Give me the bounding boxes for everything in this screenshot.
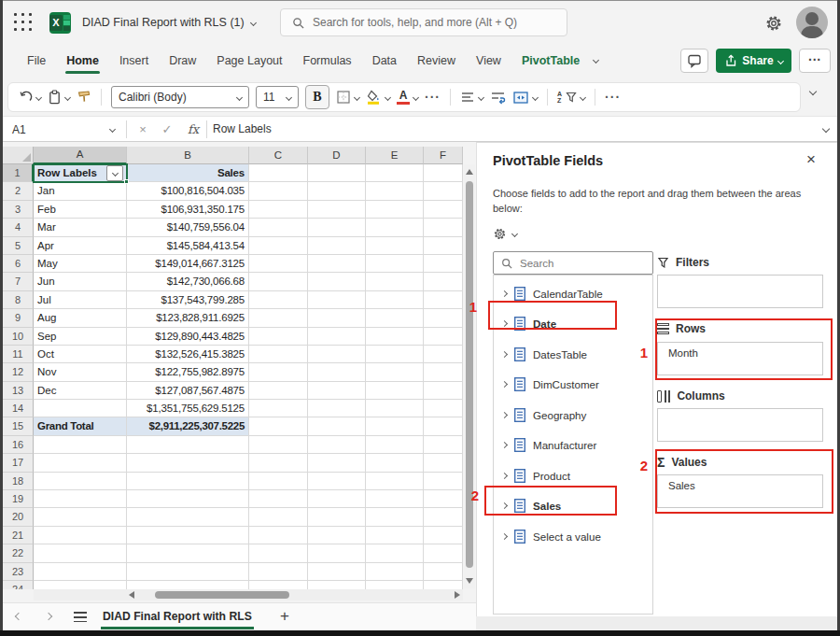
- alignment-button[interactable]: [460, 91, 483, 104]
- cell-F10[interactable]: [424, 328, 463, 346]
- format-painter-button[interactable]: [77, 90, 91, 105]
- borders-button[interactable]: [336, 90, 359, 105]
- add-sheet-button[interactable]: +: [276, 603, 293, 631]
- scroll-down-arrow[interactable]: [466, 578, 473, 584]
- document-title[interactable]: DIAD Final Report with RLS (1): [82, 0, 256, 45]
- cell-F5[interactable]: [424, 237, 463, 255]
- tab-draw[interactable]: Draw: [159, 45, 206, 77]
- cell-D14[interactable]: [308, 400, 366, 417]
- cell-B1[interactable]: Sales: [127, 164, 249, 182]
- scroll-right-arrow[interactable]: [455, 591, 460, 599]
- share-button[interactable]: Share: [716, 49, 791, 73]
- cell-E18[interactable]: [366, 473, 424, 490]
- cell-F20[interactable]: [424, 508, 463, 526]
- cell-C11[interactable]: [249, 346, 308, 363]
- cell-E19[interactable]: [366, 490, 424, 508]
- cell-C13[interactable]: [249, 382, 308, 400]
- select-all-corner[interactable]: [3, 147, 34, 164]
- tab-formulas[interactable]: Formulas: [293, 45, 362, 77]
- row-header-18[interactable]: 18: [3, 473, 34, 490]
- row-header-24[interactable]: 24: [3, 581, 34, 589]
- cell-D23[interactable]: [308, 563, 366, 581]
- cell-C12[interactable]: [249, 363, 308, 381]
- field-item-geography[interactable]: Geography: [494, 400, 652, 431]
- field-item-dimcustomer[interactable]: DimCustomer: [494, 370, 652, 401]
- cell-D22[interactable]: [308, 544, 366, 562]
- cell-C23[interactable]: [249, 563, 308, 581]
- tab-home[interactable]: Home: [56, 45, 109, 77]
- field-item-sales[interactable]: Sales: [494, 491, 652, 522]
- wrap-text-button[interactable]: [490, 90, 506, 105]
- cell-C10[interactable]: [249, 328, 308, 346]
- font-name-select[interactable]: Calibri (Body): [111, 86, 249, 108]
- confirm-entry-button[interactable]: ✓: [155, 117, 179, 142]
- sheet-tab-active[interactable]: DIAD Final Report with RLS: [103, 603, 252, 631]
- cell-A12[interactable]: Nov: [34, 363, 127, 381]
- column-header-C[interactable]: C: [249, 147, 308, 164]
- cell-A4[interactable]: Mar: [34, 219, 127, 236]
- comments-button[interactable]: [680, 49, 708, 73]
- cell-D13[interactable]: [308, 382, 366, 400]
- cell-A2[interactable]: Jan: [34, 182, 127, 200]
- cell-C15[interactable]: [249, 417, 308, 435]
- cell-B14[interactable]: $1,351,755,629.5125: [127, 400, 249, 417]
- row-header-9[interactable]: 9: [3, 309, 34, 327]
- horizontal-scroll-thumb[interactable]: [155, 591, 289, 599]
- cell-B15[interactable]: $2,911,225,307.5225: [127, 417, 249, 435]
- cell-E12[interactable]: [366, 363, 424, 381]
- field-item-date[interactable]: Date: [494, 309, 652, 340]
- row-header-6[interactable]: 6: [3, 255, 34, 273]
- cell-E1[interactable]: [366, 164, 424, 182]
- cell-C16[interactable]: [249, 436, 308, 454]
- cell-B23[interactable]: [127, 563, 249, 581]
- tab-insert[interactable]: Insert: [109, 45, 159, 77]
- row-header-17[interactable]: 17: [3, 454, 34, 472]
- cell-C2[interactable]: [249, 182, 308, 200]
- cell-A16[interactable]: [34, 436, 127, 454]
- column-header-D[interactable]: D: [308, 147, 366, 164]
- field-expand-chevron[interactable]: [501, 381, 508, 388]
- field-item-select-a-value[interactable]: Select a value: [494, 521, 652, 552]
- cell-E11[interactable]: [366, 346, 424, 363]
- cell-C6[interactable]: [249, 255, 308, 273]
- field-expand-chevron[interactable]: [501, 473, 508, 479]
- cell-A18[interactable]: [34, 473, 127, 490]
- cell-C21[interactable]: [249, 527, 308, 544]
- pane-settings-button[interactable]: [493, 227, 517, 241]
- cell-C3[interactable]: [249, 201, 308, 219]
- cell-A20[interactable]: [34, 508, 127, 526]
- cell-D9[interactable]: [308, 309, 366, 327]
- cell-D10[interactable]: [308, 328, 366, 346]
- cell-B10[interactable]: $129,890,443.4825: [127, 328, 249, 346]
- cell-A15[interactable]: Grand Total: [34, 417, 127, 435]
- cell-B16[interactable]: [127, 436, 249, 454]
- cell-B20[interactable]: [127, 508, 249, 526]
- cell-D2[interactable]: [308, 182, 366, 200]
- values-drop-zone[interactable]: Sales: [657, 474, 823, 508]
- cell-C9[interactable]: [249, 309, 308, 327]
- cell-A21[interactable]: [34, 527, 127, 544]
- row-header-1[interactable]: 1: [3, 164, 34, 182]
- field-expand-chevron[interactable]: [501, 442, 508, 448]
- cell-B9[interactable]: $123,828,911.6925: [127, 309, 249, 327]
- cell-F7[interactable]: [424, 273, 463, 290]
- tab-view[interactable]: View: [466, 45, 511, 77]
- cell-A23[interactable]: [34, 563, 127, 581]
- cell-E7[interactable]: [366, 273, 424, 290]
- pane-close-button[interactable]: ×: [801, 149, 821, 170]
- cell-C1[interactable]: [249, 164, 308, 182]
- cell-F15[interactable]: [424, 417, 463, 435]
- cell-E17[interactable]: [366, 454, 424, 472]
- cell-A8[interactable]: Jul: [34, 291, 127, 309]
- cell-A10[interactable]: Sep: [34, 328, 127, 346]
- cell-B6[interactable]: $149,014,667.3125: [127, 255, 249, 273]
- field-expand-chevron[interactable]: [501, 502, 508, 509]
- cell-F6[interactable]: [424, 255, 463, 273]
- cell-C24[interactable]: [249, 581, 308, 589]
- cell-F12[interactable]: [424, 363, 463, 381]
- rows-field-chip[interactable]: Month: [668, 347, 698, 359]
- cell-F16[interactable]: [424, 436, 463, 454]
- cell-E16[interactable]: [366, 436, 424, 454]
- row-header-12[interactable]: 12: [3, 363, 34, 381]
- prev-sheet-chevron[interactable]: [15, 613, 22, 620]
